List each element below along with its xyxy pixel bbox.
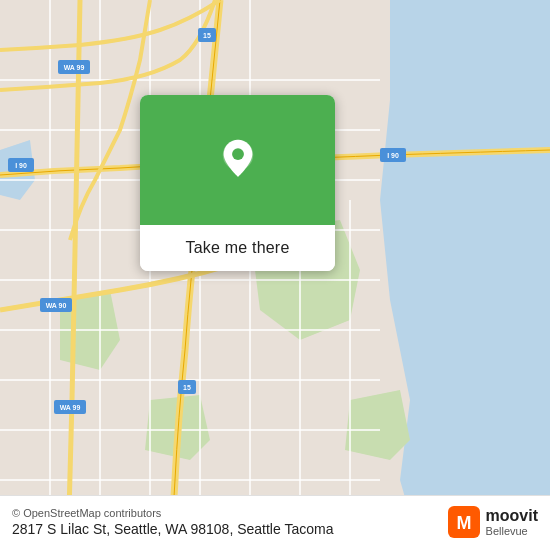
bottom-info: © OpenStreetMap contributors 2817 S Lila… <box>12 507 333 537</box>
map-pin-icon <box>216 138 260 182</box>
copyright-text: © OpenStreetMap contributors <box>12 507 333 519</box>
svg-text:WA 99: WA 99 <box>60 404 81 411</box>
svg-text:15: 15 <box>183 384 191 391</box>
take-me-there-button[interactable]: Take me there <box>140 225 335 271</box>
svg-text:WA 90: WA 90 <box>46 302 67 309</box>
moovit-name: moovit Bellevue <box>486 507 538 537</box>
moovit-sublabel: Bellevue <box>486 525 538 537</box>
svg-text:I 90: I 90 <box>387 152 399 159</box>
bottom-bar: © OpenStreetMap contributors 2817 S Lila… <box>0 495 550 550</box>
svg-text:15: 15 <box>203 32 211 39</box>
moovit-icon: M <box>448 506 480 538</box>
svg-point-37 <box>232 148 244 160</box>
map-container: I 90 I 90 I 90 15 15 15 WA 99 WA 99 WA 9… <box>0 0 550 550</box>
card-map-area <box>140 95 335 225</box>
address-text: 2817 S Lilac St, Seattle, WA 98108, Seat… <box>12 521 333 537</box>
svg-text:I 90: I 90 <box>15 162 27 169</box>
svg-text:WA 99: WA 99 <box>64 64 85 71</box>
moovit-logo: M moovit Bellevue <box>448 506 538 538</box>
moovit-label: moovit <box>486 507 538 525</box>
svg-text:M: M <box>456 513 471 533</box>
location-card: Take me there <box>140 95 335 271</box>
